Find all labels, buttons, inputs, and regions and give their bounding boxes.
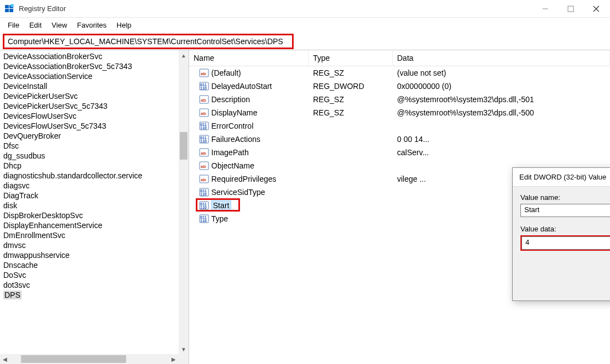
svg-text:110: 110 bbox=[200, 219, 207, 223]
tree-item[interactable]: DmEnrollmentSvc bbox=[3, 230, 189, 240]
value-data-field[interactable]: 4 bbox=[522, 236, 610, 250]
menu-bar: File Edit View Favorites Help bbox=[0, 18, 610, 32]
value-type: REG_SZ bbox=[309, 95, 393, 104]
value-row[interactable]: abDescriptionREG_SZ@%systemroot%\system3… bbox=[189, 93, 610, 106]
value-row[interactable]: abImagePathcalServ... bbox=[189, 146, 610, 159]
value-name: ErrorControl bbox=[211, 122, 253, 130]
column-type[interactable]: Type bbox=[309, 50, 393, 66]
scroll-left-icon[interactable]: ◀ bbox=[0, 354, 10, 364]
string-value-icon: ab bbox=[199, 175, 209, 183]
tree-scrollbar-horizontal[interactable]: ◀ ▶ bbox=[0, 354, 179, 364]
value-row[interactable]: ab(Default)REG_SZ(value not set) bbox=[189, 66, 610, 80]
string-value-icon: ab bbox=[199, 161, 209, 170]
tree-item[interactable]: DevicesFlowUserSvc_5c7343 bbox=[3, 121, 189, 131]
dialog-titlebar: Edit DWORD (32-bit) Value bbox=[513, 168, 610, 187]
value-data: calServ... bbox=[393, 148, 610, 157]
tree-item[interactable]: DisplayEnhancementService bbox=[3, 220, 189, 230]
content-area: DeviceAssociationBrokerSvcDeviceAssociat… bbox=[0, 50, 610, 364]
value-name: ServiceSidType bbox=[211, 188, 265, 197]
value-row[interactable]: 011110FailureActions0 00 14... bbox=[189, 133, 610, 146]
binary-value-icon: 011110 bbox=[199, 214, 209, 223]
value-name: Start bbox=[211, 201, 231, 210]
column-name[interactable]: Name bbox=[189, 50, 309, 66]
binary-value-icon: 011110 bbox=[199, 188, 209, 197]
close-button[interactable] bbox=[583, 0, 609, 17]
value-data-label: Value data: bbox=[520, 225, 610, 233]
tree-item[interactable]: DeviceAssociationService bbox=[3, 71, 189, 81]
value-data: (value not set) bbox=[393, 68, 610, 77]
tree-item[interactable]: disk bbox=[3, 201, 189, 210]
tree-item[interactable]: Dhcp bbox=[3, 161, 189, 171]
tree-item[interactable]: DevQueryBroker bbox=[3, 131, 189, 141]
svg-text:ab: ab bbox=[201, 111, 206, 116]
value-row[interactable]: abDisplayNameREG_SZ@%systemroot%\system3… bbox=[189, 106, 610, 119]
value-data: @%systemroot%\system32\dps.dll,-500 bbox=[393, 108, 610, 117]
value-name: RequiredPrivileges bbox=[211, 175, 277, 183]
svg-text:110: 110 bbox=[200, 192, 207, 196]
tree-item[interactable]: DeviceAssociationBrokerSvc bbox=[3, 51, 189, 61]
tree-item[interactable]: Dfsc bbox=[3, 141, 189, 151]
minimize-button[interactable] bbox=[533, 0, 558, 17]
tree-item[interactable]: DoSvc bbox=[3, 270, 189, 280]
values-header: Name Type Data bbox=[189, 50, 610, 66]
scroll-up-icon[interactable]: ▲ bbox=[179, 50, 189, 60]
value-name: Description bbox=[211, 95, 250, 104]
menu-file[interactable]: File bbox=[3, 20, 24, 30]
tree-item[interactable]: DispBrokerDesktopSvc bbox=[3, 210, 189, 220]
column-data[interactable]: Data bbox=[393, 50, 610, 66]
string-value-icon: ab bbox=[199, 68, 209, 77]
svg-rect-0 bbox=[5, 5, 9, 8]
tree-item[interactable]: Dnscache bbox=[3, 260, 189, 270]
scroll-down-icon[interactable]: ▼ bbox=[179, 344, 189, 354]
menu-edit[interactable]: Edit bbox=[25, 20, 46, 30]
string-value-icon: ab bbox=[199, 108, 209, 117]
value-name-label: Value name: bbox=[520, 193, 610, 202]
registry-tree[interactable]: DeviceAssociationBrokerSvcDeviceAssociat… bbox=[0, 50, 189, 364]
svg-text:ab: ab bbox=[201, 177, 206, 182]
maximize-button[interactable] bbox=[558, 0, 583, 17]
menu-favorites[interactable]: Favorites bbox=[72, 20, 111, 30]
value-row[interactable]: 011110ErrorControl bbox=[189, 119, 610, 133]
tree-item[interactable]: diagnosticshub.standardcollector.service bbox=[3, 171, 189, 181]
tree-item[interactable]: DevicePickerUserSvc bbox=[3, 91, 189, 101]
registry-tree-pane: DeviceAssociationBrokerSvcDeviceAssociat… bbox=[0, 50, 189, 364]
value-name: (Default) bbox=[211, 68, 241, 77]
binary-value-icon: 011110 bbox=[199, 135, 209, 144]
tree-item[interactable]: DPS bbox=[3, 290, 189, 300]
scroll-right-icon[interactable]: ▶ bbox=[169, 354, 179, 364]
dialog-title-text: Edit DWORD (32-bit) Value bbox=[519, 173, 606, 181]
tree-item[interactable]: DevicesFlowUserSvc bbox=[3, 111, 189, 121]
value-row[interactable]: 011110DelayedAutoStartREG_DWORD0x0000000… bbox=[189, 80, 610, 93]
value-name: DelayedAutoStart bbox=[211, 82, 272, 91]
svg-rect-3 bbox=[9, 9, 13, 12]
svg-text:ab: ab bbox=[201, 151, 206, 156]
menu-view[interactable]: View bbox=[47, 20, 71, 30]
binary-value-icon: 011110 bbox=[199, 82, 209, 91]
value-name-field[interactable]: Start bbox=[520, 204, 610, 217]
tree-item[interactable]: DevicePickerUserSvc_5c7343 bbox=[3, 101, 189, 111]
tree-item[interactable]: dg_ssudbus bbox=[3, 151, 189, 161]
address-path[interactable]: Computer\HKEY_LOCAL_MACHINE\SYSTEM\Curre… bbox=[3, 34, 294, 49]
tree-item[interactable]: DeviceAssociationBrokerSvc_5c7343 bbox=[3, 61, 189, 71]
scroll-thumb-vertical[interactable] bbox=[180, 132, 187, 160]
tree-item[interactable]: DiagTrack bbox=[3, 191, 189, 201]
tree-item[interactable]: dot3svc bbox=[3, 280, 189, 290]
tree-item[interactable]: DeviceInstall bbox=[3, 81, 189, 91]
value-type: REG_SZ bbox=[309, 68, 393, 77]
menu-help[interactable]: Help bbox=[112, 20, 136, 30]
app-icon bbox=[4, 4, 14, 14]
value-name: ImagePath bbox=[211, 148, 249, 157]
tree-item[interactable]: dmvsc bbox=[3, 240, 189, 250]
scroll-thumb-horizontal[interactable] bbox=[21, 355, 126, 363]
binary-value-icon: 011110 bbox=[199, 201, 209, 210]
svg-text:110: 110 bbox=[200, 86, 207, 90]
svg-text:ab: ab bbox=[201, 164, 206, 169]
binary-value-icon: 011110 bbox=[199, 122, 209, 130]
svg-text:110: 110 bbox=[200, 126, 207, 130]
value-name: DisplayName bbox=[211, 108, 257, 117]
tree-scrollbar-vertical[interactable]: ▲ ▼ bbox=[179, 50, 189, 354]
tree-item[interactable]: diagsvc bbox=[3, 181, 189, 191]
string-value-icon: ab bbox=[199, 148, 209, 157]
tree-item[interactable]: dmwappushservice bbox=[3, 250, 189, 260]
svg-text:110: 110 bbox=[200, 139, 207, 143]
